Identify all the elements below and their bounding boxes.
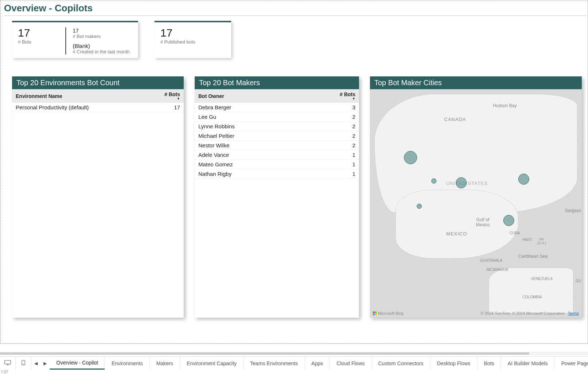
panel-map-title: Top Bot Maker Cities [370,76,582,89]
owner-name-cell: Lynne Robbins [195,122,302,131]
tab-overview-copilot[interactable]: Overview - Copilot [50,357,105,370]
owner-name-cell: Michael Peltier [195,131,302,141]
map-label-guatemala: GUATEMALA [480,258,503,262]
owner-count-cell: 1 [302,169,359,179]
tab-power-pages[interactable]: Power Pages [555,357,588,370]
map-copyright: © 2024 TomTom, © 2024 Microsoft Corporat… [481,311,565,316]
mobile-icon [20,360,27,366]
table-row[interactable]: Nathan Rigby1 [195,169,359,179]
tab-apps[interactable]: Apps [305,357,330,370]
map-label-us: UNITED STATES [446,181,488,186]
botmakers-table[interactable]: Bot Owner # Bots▼ Debra Berger3Lee Gu2Ly… [195,89,359,179]
map-label-cuba: CUBA [510,231,520,235]
kpi-botmakers-value: 17 [73,27,132,34]
table-row[interactable]: Lee Gu2 [195,112,359,122]
col-owner-count[interactable]: # Bots▼ [302,89,359,103]
tabs-next-button[interactable]: ▶ [41,357,50,370]
owner-count-cell: 2 [302,131,359,141]
kpi-card-published[interactable]: 17 # Published bots [154,21,231,58]
owner-count-cell: 3 [302,103,359,112]
environments-table[interactable]: Environment Name # Bots▼ Personal Produc… [12,89,184,112]
table-row[interactable]: Michael Peltier2 [195,131,359,141]
sort-desc-icon: ▼ [306,97,355,101]
kpi-published-label: # Published bots [160,39,225,45]
map-label-mexico: MEXICO [446,231,467,237]
map-label-venezuela: VENEZUELA [531,277,553,281]
tab-makers[interactable]: Makers [150,357,180,370]
tab-custom-connectors[interactable]: Custom Connectors [372,357,431,370]
tab-desktop-flows[interactable]: Desktop Flows [430,357,477,370]
table-row[interactable]: Adele Vance1 [195,150,359,160]
map-canvas[interactable]: Hudson Bay CANADA UNITED STATES Gulf of … [370,89,582,318]
footer-meta: f 37 [0,370,588,374]
kpi-created-label: # Created in the last month [73,49,132,54]
kpi-bots-value: 17 [18,27,65,38]
desktop-view-button[interactable] [0,357,16,370]
col-env-count[interactable]: # Bots▼ [146,89,184,103]
col-owner[interactable]: Bot Owner [195,89,302,103]
tab-bots[interactable]: Bots [477,357,501,370]
landmass-mexico [396,190,518,258]
panel-botmakers-title: Top 20 Bot Makers [195,76,359,89]
owner-name-cell: Nathan Rigby [195,169,302,179]
kpi-card-bots[interactable]: 17 # Bots 17 # Bot makers (Blank) # Crea… [12,21,138,58]
table-row[interactable]: Nestor Wilke2 [195,141,359,150]
kpi-bots-label: # Bots [18,39,65,45]
microsoft-logo-icon [373,311,377,315]
env-count-cell: 17 [146,103,184,112]
map-label-gulf: Gulf of Mexico [476,217,490,227]
kpi-published-value: 17 [160,27,225,38]
owner-count-cell: 2 [302,141,359,150]
map-label-hudson: Hudson Bay [493,103,516,108]
map-label-canada: CANADA [444,117,466,122]
owner-name-cell: Lee Gu [195,112,302,122]
bing-attribution: Microsoft Bing [373,311,404,316]
owner-count-cell: 1 [302,160,359,169]
map-bubble[interactable] [503,215,514,226]
map-bubble[interactable] [431,178,436,184]
map-bubble[interactable] [417,204,422,209]
panel-environments[interactable]: Top 20 Environments Bot Count Environmen… [12,76,184,318]
horizontal-scrollbar[interactable] [0,352,588,355]
panel-environments-title: Top 20 Environments Bot Count [12,76,184,89]
table-row[interactable]: Personal Productivity (default)17 [12,103,184,112]
owner-count-cell: 2 [302,112,359,122]
table-row[interactable]: Mateo Gomez1 [195,160,359,169]
owner-name-cell: Mateo Gomez [195,160,302,169]
landmass-south [489,268,573,313]
map-label-caribbean: Caribbean Sea [518,254,547,259]
title-rule [4,15,587,16]
tab-cloud-flows[interactable]: Cloud Flows [330,357,371,370]
panel-botmakers[interactable]: Top 20 Bot Makers Bot Owner # Bots▼ Debr… [195,76,359,318]
map-label-sargass: Sargass [565,208,581,213]
panel-map[interactable]: Top Bot Maker Cities Hudson Bay CANADA U… [370,76,582,318]
tabs-prev-button[interactable]: ◀ [31,357,41,370]
map-label-gu: GU [576,279,581,283]
env-name-cell: Personal Productivity (default) [12,103,146,112]
tab-ai-builder-models[interactable]: AI Builder Models [501,357,555,370]
desktop-icon [4,360,11,366]
owner-name-cell: Nestor Wilke [195,141,302,150]
svg-rect-0 [5,360,11,364]
map-label-pr: PR (U.S.) [537,238,546,245]
owner-name-cell: Debra Berger [195,103,302,112]
owner-count-cell: 1 [302,150,359,160]
mobile-view-button[interactable] [16,357,31,370]
map-bubble[interactable] [404,151,417,164]
table-row[interactable]: Lynne Robbins2 [195,122,359,131]
owner-name-cell: Adele Vance [195,150,302,160]
tab-teams-environments[interactable]: Teams Environments [244,357,305,370]
kpi-botmakers-label: # Bot makers [73,34,132,39]
table-row[interactable]: Debra Berger3 [195,103,359,112]
map-label-nicaragua: NICARAGUA [486,268,508,272]
tab-environment-capacity[interactable]: Environment Capacity [180,357,244,370]
col-env-name[interactable]: Environment Name [12,89,146,103]
sort-desc-icon: ▼ [149,97,180,101]
kpi-created-value: (Blank) [73,43,132,49]
tab-environments[interactable]: Environments [105,357,150,370]
map-terms-link[interactable]: Terms [568,311,579,316]
map-bubble[interactable] [456,177,467,188]
map-label-colombia: COLOMBIA [523,295,542,299]
page-title: Overview - Copilots [4,3,588,14]
page-tabstrip: ◀ ▶ Overview - CopilotEnvironmentsMakers… [0,356,588,370]
